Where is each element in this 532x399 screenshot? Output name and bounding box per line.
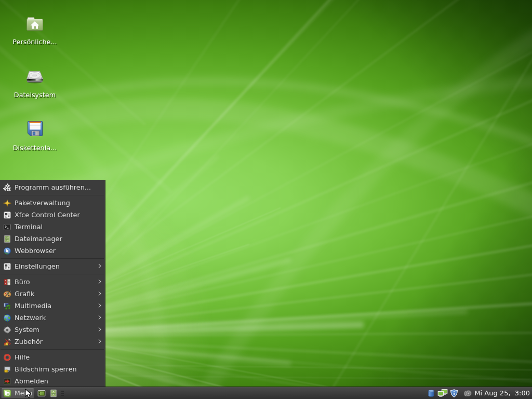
- menu-item-multimedia[interactable]: Multimedia: [0, 300, 105, 312]
- submenu-arrow-icon: [98, 279, 101, 284]
- clipboard-manager-icon[interactable]: [427, 389, 435, 397]
- desktop-icon-floppy[interactable]: Diskettenla...: [4, 121, 66, 152]
- taskbar-panel: Menu: [0, 387, 532, 399]
- network-monitors-icon[interactable]: [437, 389, 448, 398]
- menu-item-network[interactable]: Netzwerk: [0, 312, 105, 324]
- multimedia-icon: [3, 302, 11, 310]
- menu-item-system[interactable]: System: [0, 324, 105, 336]
- menu-separator: [0, 257, 105, 260]
- volume-icon[interactable]: [463, 389, 472, 397]
- run-icon: [3, 183, 11, 192]
- desktop-icon-label[interactable]: Dateisystem: [14, 91, 56, 99]
- home-folder-icon: [26, 16, 44, 32]
- menu-item-settings[interactable]: Einstellungen: [0, 260, 105, 272]
- file-manager-icon[interactable]: [49, 389, 58, 397]
- submenu-arrow-icon: [98, 303, 101, 308]
- menu-item-label: Xfce Control Center: [15, 211, 80, 219]
- menu-item-label: Dateimanager: [15, 235, 62, 243]
- menu-item-label: Büro: [15, 278, 30, 286]
- menu-item-office[interactable]: Büro: [0, 276, 105, 288]
- desktop-icon-home[interactable]: Persönliche...: [4, 16, 66, 46]
- menu-item-logout[interactable]: Abmelden: [0, 375, 105, 387]
- menu-item-run[interactable]: Programm ausführen...: [0, 181, 105, 193]
- system-gear-icon: [3, 326, 11, 334]
- package-star-icon: [3, 199, 11, 207]
- menu-item-label: Hilfe: [15, 353, 30, 361]
- submenu-arrow-icon: [98, 263, 101, 269]
- menu-item-label: Multimedia: [15, 302, 51, 310]
- menu-item-label: Programm ausführen...: [15, 183, 91, 191]
- menu-item-control-center[interactable]: Xfce Control Center: [0, 209, 105, 221]
- menu-item-label: System: [15, 326, 39, 334]
- menu-item-label: Terminal: [15, 223, 43, 231]
- menu-item-file-manager[interactable]: Dateimanager: [0, 233, 105, 245]
- menu-item-label: Abmelden: [15, 377, 48, 385]
- menu-item-graphics[interactable]: Grafik: [0, 288, 105, 300]
- panel-clock[interactable]: Mi Aug 25, 3:00: [474, 387, 530, 399]
- menu-item-web-browser[interactable]: Webbrowser: [0, 245, 105, 257]
- submenu-arrow-icon: [98, 315, 101, 320]
- menu-item-label: Paketverwaltung: [15, 199, 70, 207]
- menu-separator: [0, 348, 105, 351]
- control-center-icon: [3, 211, 11, 219]
- submenu-arrow-icon: [98, 291, 101, 296]
- terminal-icon: [3, 223, 11, 231]
- graphics-icon: [3, 290, 11, 298]
- mouse-cursor: [25, 389, 32, 399]
- logout-icon: [3, 377, 11, 385]
- web-browser-icon: [3, 247, 11, 255]
- file-cabinet-icon: [3, 235, 11, 243]
- menu-item-lock-screen[interactable]: Bildschirm sperren: [0, 363, 105, 375]
- menu-separator: [0, 272, 105, 276]
- office-icon: [3, 278, 11, 286]
- menu-item-accessories[interactable]: Zubehör: [0, 336, 105, 348]
- submenu-arrow-icon: [98, 327, 101, 332]
- desktop-icon-label[interactable]: Diskettenla...: [13, 144, 57, 152]
- update-shield-icon[interactable]: [450, 389, 458, 397]
- menu-item-label: Grafik: [15, 290, 35, 298]
- show-desktop-icon[interactable]: [37, 389, 46, 397]
- menu-item-label: Zubehör: [15, 338, 43, 345]
- desktop-icon-filesystem[interactable]: Dateisystem: [4, 71, 66, 99]
- help-icon: [3, 353, 11, 362]
- harddisk-icon: [26, 71, 44, 84]
- menu-separator: [0, 193, 105, 197]
- network-globe-icon: [3, 314, 11, 322]
- floppy-icon: [27, 121, 43, 137]
- menu-item-terminal[interactable]: Terminal: [0, 221, 105, 233]
- menu-item-help[interactable]: Hilfe: [0, 351, 105, 363]
- menu-item-label: Netzwerk: [15, 314, 46, 322]
- panel-grip-handle[interactable]: [61, 387, 64, 399]
- lock-screen-icon: [3, 365, 11, 374]
- mint-logo-icon: [3, 389, 11, 397]
- desktop-icon-label[interactable]: Persönliche...: [12, 38, 57, 46]
- menu-item-package-manager[interactable]: Paketverwaltung: [0, 197, 105, 209]
- applications-menu: Programm ausführen... Paketverwaltung Xf…: [0, 180, 105, 387]
- settings-icon: [3, 262, 11, 271]
- menu-item-label: Einstellungen: [15, 262, 60, 270]
- submenu-arrow-icon: [98, 339, 101, 344]
- menu-item-label: Webbrowser: [15, 247, 56, 255]
- menu-item-label: Bildschirm sperren: [15, 365, 77, 373]
- accessories-icon: [3, 338, 11, 346]
